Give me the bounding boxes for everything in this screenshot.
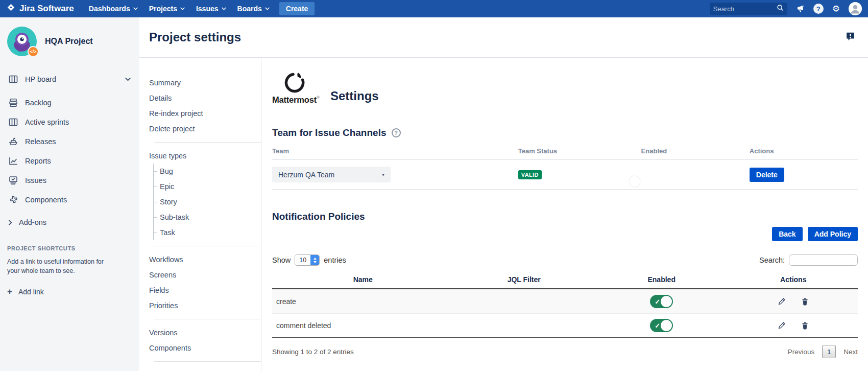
policy-enabled-toggle[interactable]: ✓ bbox=[650, 319, 673, 332]
notification-policies-heading: Notification Policies bbox=[272, 211, 858, 222]
feedback-bubble-icon[interactable] bbox=[845, 31, 856, 44]
policy-enabled-toggle[interactable]: ✓ bbox=[650, 295, 673, 308]
col-team-status: Team Status bbox=[518, 147, 641, 155]
plugin-settings-panel: Mattermost® Settings Team for Issue Chan… bbox=[261, 58, 868, 371]
issues-icon bbox=[8, 175, 18, 186]
team-select-dropdown[interactable]: Herzum QA Team ▾ bbox=[272, 167, 391, 182]
settings-nav-workflows[interactable]: Workflows bbox=[149, 252, 261, 267]
chevron-right-icon bbox=[8, 220, 12, 225]
toggle-knob bbox=[661, 320, 672, 331]
stepper-arrows-icon bbox=[310, 255, 319, 265]
page-size-select[interactable]: 10 bbox=[295, 254, 320, 266]
settings-nav-summary[interactable]: Summary bbox=[149, 75, 261, 90]
nav-projects[interactable]: Projects bbox=[143, 0, 190, 17]
nav-dashboards[interactable]: Dashboards bbox=[83, 0, 143, 17]
nav-issues[interactable]: Issues bbox=[190, 0, 232, 17]
pagination-next[interactable]: Next bbox=[843, 348, 858, 356]
edit-pencil-icon[interactable] bbox=[777, 321, 786, 330]
page-title: Project settings bbox=[149, 30, 241, 44]
pagination-page-1[interactable]: 1 bbox=[822, 345, 836, 358]
col-policy-enabled: Enabled bbox=[594, 272, 729, 289]
chevron-down-icon bbox=[133, 7, 138, 10]
project-avatar[interactable]: </> bbox=[7, 27, 37, 56]
announcements-icon[interactable] bbox=[795, 4, 805, 13]
team-status-badge: VALID bbox=[518, 170, 542, 179]
settings-nav-issue-types-label[interactable]: Issue types bbox=[149, 148, 261, 164]
table-info: Showing 1 to 2 of 2 entries bbox=[272, 348, 354, 356]
trash-icon[interactable] bbox=[801, 297, 809, 306]
settings-nav-components[interactable]: Components bbox=[149, 340, 261, 356]
settings-nav-fields[interactable]: Fields bbox=[149, 283, 261, 298]
global-search[interactable] bbox=[710, 3, 787, 15]
settings-nav-issue-type-task[interactable]: Task bbox=[154, 225, 261, 240]
help-icon[interactable]: ? bbox=[813, 4, 824, 14]
chart-icon bbox=[8, 156, 18, 166]
trash-icon[interactable] bbox=[801, 321, 809, 330]
pagination-previous[interactable]: Previous bbox=[788, 348, 815, 356]
policy-row: create ✓ bbox=[272, 289, 858, 313]
brand-text: Jira Software bbox=[19, 4, 74, 14]
settings-nav-users-roles[interactable]: Users and roles bbox=[149, 367, 261, 371]
chevron-down-icon bbox=[265, 7, 270, 10]
project-name: HQA Project bbox=[45, 37, 93, 46]
mattermost-wordmark: Mattermost® bbox=[272, 95, 317, 105]
nav-boards[interactable]: Boards bbox=[232, 0, 275, 17]
delete-team-button[interactable]: Delete bbox=[750, 168, 784, 182]
sidebar-item-board[interactable]: HP board bbox=[0, 69, 139, 89]
help-question-icon[interactable]: ? bbox=[392, 128, 401, 137]
back-button[interactable]: Back bbox=[772, 227, 802, 241]
chevron-down-icon bbox=[180, 7, 185, 10]
settings-nav-priorities[interactable]: Priorities bbox=[149, 298, 261, 313]
sidebar-item-issues[interactable]: Issues bbox=[0, 171, 139, 190]
project-type-badge-code-icon: </> bbox=[28, 46, 39, 57]
settings-nav-details[interactable]: Details bbox=[149, 90, 261, 106]
jira-brand[interactable]: Jira Software bbox=[6, 3, 74, 15]
jira-logo-icon bbox=[6, 3, 16, 15]
mattermost-logo: Mattermost® bbox=[272, 72, 317, 105]
check-icon: ✓ bbox=[646, 171, 652, 178]
registered-mark: ® bbox=[317, 95, 320, 100]
policy-row: comment deleted ✓ bbox=[272, 313, 858, 337]
gear-icon[interactable]: ⚙ bbox=[832, 5, 840, 13]
backlog-icon bbox=[8, 98, 18, 108]
settings-nav-reindex[interactable]: Re-index project bbox=[149, 106, 261, 121]
sidebar-item-backlog[interactable]: Backlog bbox=[0, 93, 139, 112]
sidebar-item-reports[interactable]: Reports bbox=[0, 151, 139, 171]
add-link-button[interactable]: + Add link bbox=[0, 287, 139, 297]
divider bbox=[154, 319, 261, 319]
check-icon: ✓ bbox=[655, 322, 660, 330]
create-button[interactable]: Create bbox=[279, 2, 315, 15]
edit-pencil-icon[interactable] bbox=[777, 297, 786, 306]
check-icon: ✓ bbox=[655, 298, 660, 306]
table-search-label: Search: bbox=[759, 256, 785, 264]
col-enabled: Enabled bbox=[641, 147, 750, 155]
settings-nav-issue-type-story[interactable]: Story bbox=[154, 194, 261, 210]
policies-table: Name JQL Filter Enabled Actions create ✓ bbox=[272, 272, 858, 338]
add-policy-button[interactable]: Add Policy bbox=[808, 227, 858, 241]
policies-search-input[interactable] bbox=[789, 254, 858, 266]
settings-nav-issue-type-subtask[interactable]: Sub-task bbox=[154, 210, 261, 225]
settings-nav-issue-type-epic[interactable]: Epic bbox=[154, 179, 261, 194]
team-row: Herzum QA Team ▾ VALID ✓ Delete bbox=[272, 160, 858, 190]
user-avatar[interactable] bbox=[849, 2, 862, 15]
settings-nav-delete-project[interactable]: Delete project bbox=[149, 121, 261, 136]
project-settings-nav: Summary Details Re-index project Delete … bbox=[139, 58, 261, 371]
ship-icon bbox=[8, 136, 18, 147]
sidebar-item-releases[interactable]: Releases bbox=[0, 132, 139, 151]
project-shortcuts-heading: PROJECT SHORTCUTS bbox=[7, 245, 132, 251]
project-sidebar: </> HQA Project HP board Backlog Active … bbox=[0, 17, 139, 371]
top-navbar: Jira Software Dashboards Projects Issues… bbox=[0, 0, 868, 17]
sidebar-item-addons[interactable]: Add-ons bbox=[0, 213, 139, 232]
puzzle-icon bbox=[8, 195, 18, 205]
sidebar-item-active-sprints[interactable]: Active sprints bbox=[0, 112, 139, 132]
toggle-knob bbox=[629, 176, 640, 187]
settings-nav-versions[interactable]: Versions bbox=[149, 325, 261, 340]
show-label: Show bbox=[272, 256, 291, 264]
sprints-board-icon bbox=[8, 117, 18, 127]
sidebar-item-components[interactable]: Components bbox=[0, 190, 139, 210]
divider bbox=[154, 246, 261, 246]
global-search-input[interactable] bbox=[713, 5, 777, 13]
settings-nav-issue-type-bug[interactable]: Bug bbox=[154, 164, 261, 179]
settings-nav-screens[interactable]: Screens bbox=[149, 267, 261, 283]
col-jql-filter: JQL Filter bbox=[454, 272, 594, 289]
